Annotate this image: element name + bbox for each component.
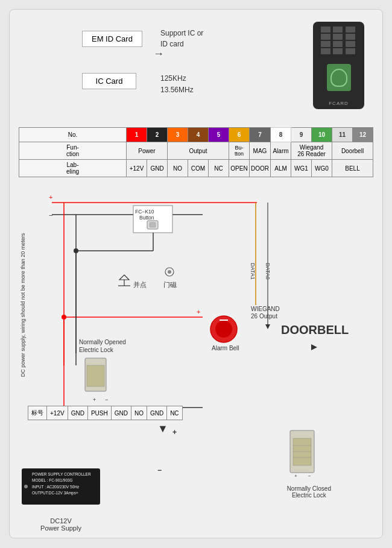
power-func: Power <box>127 142 168 160</box>
men-ci-label: 门磁 <box>163 281 177 288</box>
label-no: NO <box>168 160 188 177</box>
label-gnd: GND <box>147 160 168 177</box>
button-func: Bu-tton <box>229 142 250 160</box>
device-label: FCARD <box>329 101 349 106</box>
nc-lock-label: Normally ClosedElectric Lock <box>287 485 331 499</box>
doorbell-func: Doorbell <box>332 142 373 160</box>
bianhao-label: 标号 <box>28 406 47 420</box>
power-supply-text: POWER SUPPLY CONTROLLER MODEL : FC-901/9… <box>32 471 97 497</box>
wiegand-func: Wiegand26 Reader <box>291 142 332 160</box>
main-container: EM ID Card IC Card Support IC orID card … <box>9 9 383 538</box>
mag-func: MAG <box>250 142 271 160</box>
device-fingerprint <box>327 64 351 91</box>
wire-2: 2 <box>147 128 168 142</box>
b-gnd3: GND <box>147 406 166 420</box>
no-header: No. <box>19 128 127 142</box>
dc12v-label: DC12VPower Supply <box>22 517 100 532</box>
wire-10: 10 <box>312 128 332 142</box>
wiegand-arrow <box>265 324 270 329</box>
fc-k10-label: FC−K10 <box>135 209 154 215</box>
doorbell-label: DOORBELL <box>281 323 349 336</box>
wiring-container: DC power supply, wiring should not be mo… <box>16 184 376 444</box>
wire-3: 3 <box>168 128 188 142</box>
wire-1: 1 <box>127 128 147 142</box>
wiring-svg: DC power supply, wiring should not be mo… <box>16 184 378 444</box>
nc-lock-area: + − Normally ClosedElectric Lock <box>287 427 331 499</box>
data1-label: DATA1 <box>250 263 256 280</box>
arrow-right: → <box>153 48 164 60</box>
alarm-func: Alarm <box>271 142 291 160</box>
bing-dian-symbol <box>119 275 129 280</box>
function-header: Fun-ction <box>19 142 127 160</box>
dc-power-text: DC power supply, wiring should not be mo… <box>20 233 26 377</box>
bing-dian-label: 并点 <box>133 281 147 288</box>
output-func: Output <box>168 142 229 160</box>
freq-text: 125KHz13.56MHz <box>160 73 194 96</box>
power-supply-box: POWER SUPPLY CONTROLLER MODEL : FC-901/9… <box>22 468 100 505</box>
bottom-label-table: 标号 +12V GND PUSH GND NO GND NC <box>28 406 183 420</box>
svg-rect-1 <box>293 438 311 465</box>
nc-lock-svg: + − <box>287 427 329 482</box>
no-lock-label2: Electric Lock <box>79 347 114 353</box>
label-door: DOOR <box>250 160 271 177</box>
b-no: NO <box>131 406 147 420</box>
device-keypad <box>321 27 357 54</box>
alarm-plus: + <box>197 308 200 315</box>
device-image: FCARD <box>313 22 364 109</box>
sensor-center <box>168 270 171 274</box>
b-push: PUSH <box>87 406 111 420</box>
power-supply-led <box>24 485 28 488</box>
ps-model: MODEL : FC-901/903G <box>32 477 97 483</box>
no-lock-body2 <box>87 365 104 386</box>
button-label: Button <box>139 215 154 221</box>
em-card-label: EM ID Card <box>92 34 133 43</box>
wire-4: 4 <box>188 128 209 142</box>
wire-6: 6 <box>229 128 250 142</box>
doorbell-arrow <box>311 344 317 350</box>
wire-table: No. 1 2 3 4 5 6 7 8 9 10 11 12 Fun-ction… <box>19 127 373 177</box>
no-lock-label1: Normally Opened <box>79 339 126 345</box>
wire-9: 9 <box>291 128 312 142</box>
label-com: COM <box>188 160 209 177</box>
b-gnd2: GND <box>111 406 131 420</box>
wire-12: 12 <box>353 128 373 142</box>
support-text: Support IC orID card <box>160 28 203 49</box>
ps-output: OUTPUT:DC-12V 3Amps+ <box>32 490 97 496</box>
label-nc: NC <box>209 160 229 177</box>
b-gnd1: GND <box>68 406 87 420</box>
nc-plus-sign: + <box>172 428 177 436</box>
wire-5: 5 <box>209 128 229 142</box>
em-card-box: EM ID Card <box>82 31 142 47</box>
wire-8: 8 <box>271 128 291 142</box>
label-open: OPEN <box>229 160 250 177</box>
button-icon-inner <box>150 222 156 227</box>
label-bell: BELL <box>332 160 373 177</box>
svg-text:+: + <box>294 473 297 479</box>
wiegand-26-label: 26 Output <box>251 313 277 320</box>
nc-minus-sign: − <box>157 466 162 474</box>
alarm-bell-label: Alarm Bell <box>212 345 239 351</box>
label-alm: ALM <box>271 160 291 177</box>
minus-label: − <box>49 212 52 219</box>
nc-down-arrow: ▼ <box>157 423 168 435</box>
labeling-header: Lab-eling <box>19 160 127 177</box>
wire-11: 11 <box>332 128 353 142</box>
b-12v: +12V <box>47 406 68 420</box>
ic-card-label: IC Card <box>96 77 123 86</box>
svg-text:−: − <box>308 473 311 479</box>
top-section: EM ID Card IC Card Support IC orID card … <box>22 19 370 124</box>
ps-input: INPUT : AC200/230V 50Hz <box>32 484 97 490</box>
plus-label: + <box>49 194 52 201</box>
fingerprint-lines <box>330 69 347 87</box>
ic-card-box: IC Card <box>82 73 136 89</box>
no-lock-minus: − <box>105 397 108 403</box>
wiegand-output-label: WIEGAND <box>251 306 280 312</box>
label-wg0: WG0 <box>312 160 332 177</box>
alarm-bell-inner <box>215 321 232 338</box>
bottom-labels-container: 标号 +12V GND PUSH GND NO GND NC <box>28 406 183 420</box>
wire-7: 7 <box>250 128 271 142</box>
no-lock-plus: + <box>93 397 96 403</box>
b-nc: NC <box>167 406 182 420</box>
label-12v: +12V <box>127 160 147 177</box>
label-wg1: WG1 <box>291 160 312 177</box>
